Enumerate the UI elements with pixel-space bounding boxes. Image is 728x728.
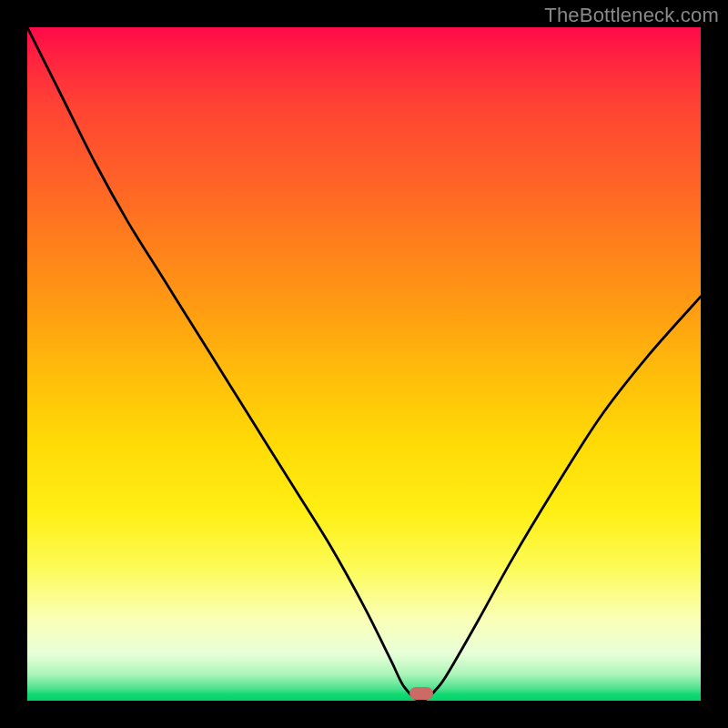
chart-frame: TheBottleneck.com (0, 0, 728, 728)
gradient-plot-area (27, 27, 701, 701)
optimal-marker (410, 687, 433, 700)
watermark-text: TheBottleneck.com (544, 4, 719, 27)
bottleneck-curve (27, 27, 701, 701)
